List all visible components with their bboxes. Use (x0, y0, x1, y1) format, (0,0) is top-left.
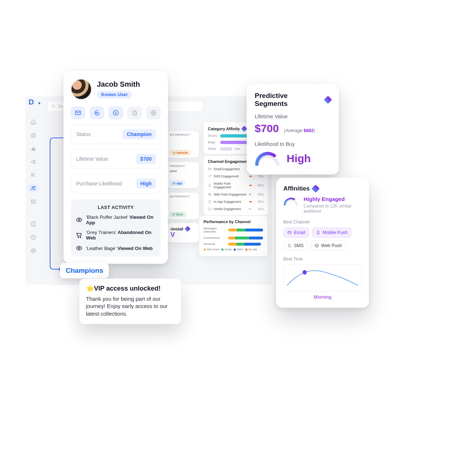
stat-label: Status (76, 131, 91, 137)
sidebar-megaphone-icon[interactable] (28, 157, 39, 165)
best-time-label: Best Time (283, 257, 362, 262)
svg-rect-7 (34, 149, 35, 151)
predictive-title: Predictive Segments (255, 92, 321, 108)
sidebar-help-icon[interactable] (28, 233, 39, 241)
activity-heading: LAST ACTIVITY (76, 205, 156, 210)
ninstall-value: V (171, 231, 195, 239)
likelihood-label: Likelihood to Buy (255, 141, 331, 147)
stat-label: Purchase Likelihood (76, 181, 122, 186)
channel-chat-button[interactable] (90, 106, 104, 119)
user-name: Jacob Smith (97, 80, 140, 89)
svg-line-1 (54, 107, 55, 108)
vip-title: ⭐VIP access unlocked! (86, 284, 175, 292)
vprod-label: PRODUCT (170, 164, 196, 168)
sidebar-home-icon[interactable] (28, 118, 39, 126)
svg-point-34 (78, 219, 80, 221)
affinity-row-label: Shoes (208, 134, 218, 138)
svg-point-29 (98, 112, 98, 113)
chip-email[interactable]: Email (283, 227, 309, 238)
chip-sms[interactable]: SMS (283, 241, 308, 251)
svg-point-35 (78, 237, 79, 238)
vprod-label: ED PRODUCT (170, 195, 196, 198)
chip-web-push[interactable]: Web Push (311, 241, 346, 251)
chan-row: Mobile Push Engagement (214, 182, 247, 189)
svg-point-27 (96, 112, 97, 113)
ltv-label: Lifetime Value (255, 114, 331, 119)
svg-point-20 (210, 186, 210, 186)
sidebar-settings-icon[interactable] (28, 247, 39, 255)
stat-ltv: Lifetime Value $700 (71, 149, 161, 169)
stat-purchase: Purchase Likelihood High (71, 174, 161, 193)
best-time-curve (283, 264, 362, 291)
user-badge: Known User (97, 91, 132, 99)
sidebar-list-icon[interactable] (28, 171, 39, 179)
channel-email-button[interactable] (71, 106, 85, 119)
channel-web-button[interactable] (146, 106, 161, 119)
channel-buttons (71, 106, 161, 119)
svg-rect-6 (33, 148, 34, 151)
gauge-icon (283, 196, 299, 207)
svg-point-16 (33, 238, 33, 239)
legend: Email (225, 248, 231, 251)
vip-body: Thank you for being part of our journey!… (86, 295, 175, 317)
card-predictive-segments: Predictive Segments Lifetime Value $700 … (247, 84, 339, 175)
highly-engaged-sub: Compared to 12K similar audience (304, 204, 362, 214)
svg-rect-5 (32, 148, 33, 150)
sidebar: D (25, 95, 41, 255)
svg-rect-22 (209, 201, 211, 203)
svg-rect-31 (133, 111, 136, 115)
sidebar-users-icon[interactable] (28, 184, 39, 192)
card-vip-message: ⭐VIP access unlocked! Thank you for bein… (79, 279, 181, 324)
affinity-row-label: Bags (208, 140, 218, 144)
svg-point-4 (34, 135, 34, 135)
likelihood-value: High (287, 152, 311, 165)
svg-rect-9 (32, 175, 33, 176)
sidebar-database-icon[interactable] (28, 197, 39, 205)
category-affinity-title: Category Affinity (208, 127, 240, 131)
sidebar-chart-icon[interactable] (28, 144, 39, 152)
svg-point-17 (33, 250, 34, 251)
perf-row: Messages Delivered (204, 227, 226, 233)
chan-row: SMS Engagement (214, 175, 247, 178)
svg-point-3 (32, 135, 33, 135)
affinities-title: Affinities (283, 185, 310, 192)
card-user-profile: Jacob Smith Known User Status Champion L… (63, 71, 168, 264)
channel-whatsapp-button[interactable] (108, 106, 123, 119)
chan-row: Email Engagement (214, 167, 247, 171)
svg-point-0 (52, 105, 54, 107)
svg-point-13 (34, 186, 35, 188)
svg-point-42 (303, 270, 307, 274)
champions-label: Champions (60, 263, 109, 278)
chan-row: In-App Engagement (214, 200, 247, 204)
legend: Web Push (207, 248, 219, 251)
svg-point-36 (80, 237, 81, 238)
sidebar-book-icon[interactable] (28, 220, 39, 228)
svg-point-12 (32, 186, 33, 188)
vprod-name: acket (170, 169, 196, 173)
svg-point-37 (78, 247, 80, 249)
svg-point-2 (31, 133, 36, 138)
svg-point-14 (32, 199, 36, 201)
card-affinities: Affinities Highly Engaged Compared to 12… (276, 178, 369, 308)
last-activity: LAST ACTIVITY 'Black Puffer Jacket' View… (71, 199, 161, 257)
sidebar-smile-icon[interactable] (28, 131, 39, 139)
stat-value: $700 (136, 154, 156, 164)
best-channel-label: Best Channel (283, 219, 362, 225)
highly-engaged-title: Highly Engaged (304, 196, 362, 202)
legend: On-site (249, 248, 257, 251)
stat-value: Champion (123, 129, 156, 139)
viewed-product-fragment: ED PRODUCT on website (167, 131, 199, 158)
stat-label: Lifetime Value (76, 156, 108, 162)
ninstall-fragment: ninstall V (167, 223, 199, 243)
channel-note-button[interactable] (127, 106, 142, 119)
svg-point-40 (318, 234, 319, 234)
sparkle-icon (324, 96, 332, 104)
chip-mobile-push[interactable]: Mobile Push (312, 227, 352, 238)
perf-row: Revenue (204, 242, 226, 246)
legend: SMS (237, 248, 243, 251)
activity-item: 'Black Puffer Jacket' Viewed On App (76, 214, 156, 225)
app-logo: D (29, 98, 38, 106)
stat-value: High (136, 178, 156, 189)
activity-item: 'Leather Bage' Viewed On Web (76, 245, 156, 251)
search-placeholder: Se (58, 104, 63, 109)
